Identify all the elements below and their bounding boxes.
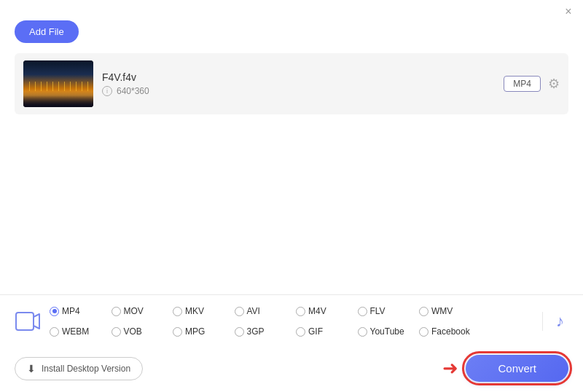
file-info: F4V.f4v i 640*360 [102, 71, 504, 96]
video-format-icon [12, 305, 44, 337]
file-actions: MP4 ⚙ [504, 76, 560, 92]
add-file-button[interactable]: Add File [15, 20, 79, 43]
file-meta: i 640*360 [102, 86, 504, 96]
video-icon-svg [15, 308, 41, 334]
radio-vob[interactable] [111, 327, 121, 337]
bottom-panel: MP4 MOV MKV AVI M4V FLV [0, 294, 583, 392]
radio-youtube[interactable] [358, 327, 367, 337]
arrow-hint: ➜ Convert [442, 355, 568, 382]
file-item: F4V.f4v i 640*360 MP4 ⚙ [15, 53, 568, 114]
format-badge-button[interactable]: MP4 [504, 76, 541, 92]
thumbnail-image [23, 60, 93, 107]
red-arrow-icon: ➜ [442, 357, 458, 380]
file-thumbnail [23, 60, 93, 107]
install-label: Install Desktop Version [42, 364, 130, 374]
radio-mpg[interactable] [173, 327, 182, 337]
radio-m4v[interactable] [296, 307, 305, 316]
radio-avi[interactable] [235, 307, 244, 316]
format-label-mov: MOV [124, 306, 144, 316]
file-name: F4V.f4v [102, 71, 504, 83]
format-label-mpg: MPG [185, 326, 205, 337]
format-option-gif[interactable]: GIF [296, 326, 358, 337]
file-dimensions: 640*360 [117, 86, 149, 96]
radio-3gp[interactable] [235, 327, 244, 337]
svg-line-1 [34, 314, 39, 317]
format-option-youtube[interactable]: YouTube [358, 326, 420, 337]
format-label-avi: AVI [247, 306, 260, 316]
format-row: MP4 MOV MKV AVI M4V FLV [0, 295, 583, 348]
format-label-m4v: M4V [308, 306, 326, 316]
format-label-3gp: 3GP [247, 326, 265, 337]
format-option-facebook[interactable]: Facebook [419, 326, 481, 337]
format-label-gif: GIF [308, 326, 323, 337]
format-option-mkv[interactable]: MKV [173, 306, 235, 316]
format-option-avi[interactable]: AVI [235, 306, 297, 316]
format-label-mp4: MP4 [62, 306, 80, 316]
format-option-mp4[interactable]: MP4 [50, 306, 111, 316]
format-option-mpg[interactable]: MPG [173, 326, 235, 337]
radio-mov[interactable] [111, 307, 121, 316]
close-button[interactable]: × [563, 6, 574, 17]
settings-icon[interactable]: ⚙ [548, 76, 560, 92]
format-option-vob[interactable]: VOB [111, 326, 173, 337]
main-content: Add File F4V.f4v i 640*360 MP4 ⚙ [0, 20, 583, 114]
radio-mkv[interactable] [173, 307, 182, 316]
svg-rect-0 [16, 313, 34, 330]
format-label-vob: VOB [124, 326, 142, 337]
download-icon: ⬇ [27, 363, 36, 375]
radio-webm[interactable] [50, 327, 59, 337]
title-bar: × [0, 0, 583, 20]
format-option-mov[interactable]: MOV [111, 306, 173, 316]
music-note-icon: ♪ [556, 312, 564, 331]
radio-facebook[interactable] [419, 327, 429, 337]
empty-area [0, 122, 583, 297]
radio-gif[interactable] [296, 327, 305, 337]
radio-mp4[interactable] [50, 307, 59, 316]
format-label-wmv: WMV [431, 306, 453, 316]
format-option-flv[interactable]: FLV [358, 306, 420, 316]
format-label-flv: FLV [370, 306, 386, 316]
info-icon: i [102, 86, 112, 96]
format-option-webm[interactable]: WEBM [50, 326, 111, 337]
radio-wmv[interactable] [419, 307, 429, 316]
audio-format-icon[interactable]: ♪ [542, 312, 571, 331]
radio-flv[interactable] [358, 307, 367, 316]
format-option-3gp[interactable]: 3GP [235, 326, 297, 337]
format-label-webm: WEBM [62, 326, 89, 337]
format-option-m4v[interactable]: M4V [296, 306, 358, 316]
svg-line-2 [34, 326, 39, 329]
format-label-youtube: YouTube [370, 326, 404, 337]
format-option-wmv[interactable]: WMV [419, 306, 481, 316]
convert-button[interactable]: Convert [466, 355, 568, 382]
format-label-mkv: MKV [185, 306, 204, 316]
action-row: ⬇ Install Desktop Version ➜ Convert [0, 348, 583, 392]
format-grid: MP4 MOV MKV AVI M4V FLV [50, 295, 542, 348]
format-label-facebook: Facebook [431, 326, 470, 337]
install-desktop-button[interactable]: ⬇ Install Desktop Version [15, 357, 143, 380]
